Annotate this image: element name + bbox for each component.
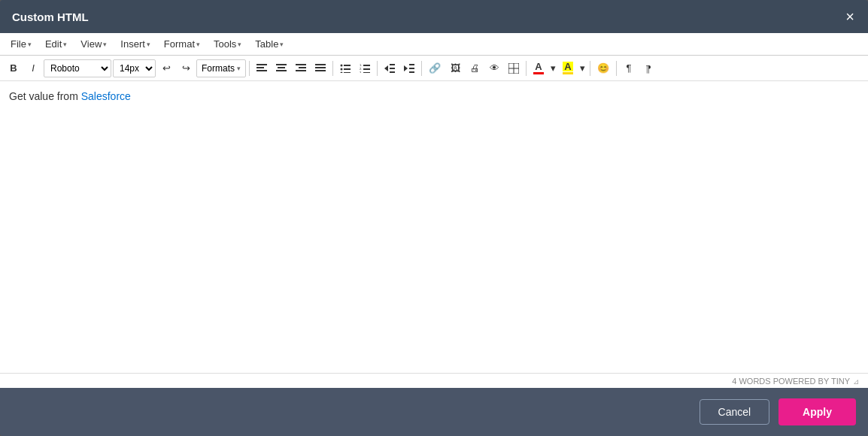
font-size-select[interactable]: 14px bbox=[113, 59, 156, 77]
formats-dropdown[interactable]: Formats ▾ bbox=[196, 59, 246, 77]
svg-rect-10 bbox=[296, 70, 306, 71]
svg-rect-29 bbox=[390, 64, 395, 65]
menu-tools[interactable]: Tools ▾ bbox=[208, 36, 247, 52]
font-color-button[interactable]: A bbox=[530, 58, 548, 79]
ordered-list-button[interactable]: 1.2.3. bbox=[356, 59, 374, 77]
svg-point-20 bbox=[341, 71, 343, 73]
svg-rect-19 bbox=[344, 68, 351, 70]
menu-insert[interactable]: Insert ▾ bbox=[114, 36, 156, 52]
redo-button[interactable]: ↪ bbox=[177, 59, 195, 77]
link-button[interactable]: 🔗 bbox=[425, 59, 445, 77]
decrease-indent-button[interactable] bbox=[381, 59, 399, 77]
unordered-list-button[interactable] bbox=[336, 59, 354, 77]
increase-indent-button[interactable] bbox=[400, 59, 418, 77]
font-color-caret-button[interactable]: ▾ bbox=[549, 59, 557, 77]
editor-text-before-link: Get value from bbox=[9, 90, 81, 102]
svg-rect-31 bbox=[390, 71, 395, 73]
word-count: 4 WORDS POWERED BY TINY bbox=[732, 377, 850, 386]
preview-button[interactable]: 👁 bbox=[485, 59, 503, 77]
svg-point-18 bbox=[341, 68, 343, 70]
svg-rect-4 bbox=[276, 64, 287, 65]
editor-wrapper: Get value from Salesforce 4 WORDS POWERE… bbox=[0, 81, 868, 388]
editor-toolbar: B I Roboto 14px ↩ ↪ Formats ▾ bbox=[0, 56, 868, 81]
svg-rect-13 bbox=[315, 67, 326, 68]
svg-text:3.: 3. bbox=[360, 71, 362, 73]
align-justify-button[interactable] bbox=[311, 59, 329, 77]
menu-file[interactable]: File ▾ bbox=[5, 36, 38, 52]
svg-rect-8 bbox=[296, 64, 306, 65]
chevron-down-icon: ▾ bbox=[63, 41, 67, 48]
separator bbox=[249, 61, 250, 76]
ltr-button[interactable]: ¶ bbox=[620, 59, 638, 77]
font-family-select[interactable]: Roboto bbox=[44, 59, 111, 77]
svg-rect-14 bbox=[315, 70, 326, 71]
dialog-footer: Cancel Apply bbox=[0, 388, 868, 436]
editor-statusbar: 4 WORDS POWERED BY TINY ⊿ bbox=[0, 373, 868, 388]
svg-rect-30 bbox=[390, 68, 395, 69]
highlight-color-caret-button[interactable]: ▾ bbox=[578, 59, 587, 77]
align-right-button[interactable] bbox=[292, 59, 310, 77]
separator bbox=[421, 61, 422, 76]
bold-button[interactable]: B bbox=[5, 59, 23, 77]
chevron-down-icon: ▾ bbox=[280, 41, 284, 48]
resize-handle-icon[interactable]: ⊿ bbox=[853, 377, 860, 385]
svg-rect-5 bbox=[278, 67, 285, 68]
svg-rect-12 bbox=[315, 64, 326, 65]
svg-marker-32 bbox=[404, 65, 408, 71]
menu-bar: File ▾ Edit ▾ View ▾ Insert ▾ Format ▾ T… bbox=[0, 33, 868, 56]
chevron-down-icon: ▾ bbox=[28, 41, 32, 48]
image-button[interactable]: 🖼 bbox=[446, 59, 464, 77]
menu-format[interactable]: Format ▾ bbox=[158, 36, 206, 52]
separator bbox=[590, 61, 590, 76]
svg-rect-2 bbox=[256, 70, 267, 71]
svg-rect-1 bbox=[256, 67, 264, 68]
align-center-button[interactable] bbox=[272, 59, 290, 77]
custom-html-dialog: Custom HTML × File ▾ Edit ▾ View ▾ Inser… bbox=[0, 0, 868, 436]
separator bbox=[526, 61, 527, 76]
menu-table[interactable]: Table ▾ bbox=[249, 36, 290, 52]
rtl-button[interactable]: ¶ bbox=[639, 59, 657, 77]
print-button[interactable]: 🖨 bbox=[466, 59, 484, 77]
salesforce-link[interactable]: Salesforce bbox=[81, 90, 131, 102]
highlight-color-bar bbox=[563, 72, 573, 74]
apply-button[interactable]: Apply bbox=[778, 398, 856, 425]
svg-rect-23 bbox=[363, 65, 370, 66]
svg-marker-28 bbox=[384, 65, 388, 71]
svg-rect-9 bbox=[299, 67, 306, 68]
separator bbox=[377, 61, 378, 76]
svg-rect-17 bbox=[344, 65, 351, 66]
svg-point-16 bbox=[341, 64, 343, 66]
table-insert-button[interactable] bbox=[505, 59, 523, 77]
dialog-title: Custom HTML bbox=[12, 11, 89, 23]
close-button[interactable]: × bbox=[844, 9, 856, 24]
title-bar: Custom HTML × bbox=[0, 0, 868, 33]
menu-view[interactable]: View ▾ bbox=[74, 36, 113, 52]
svg-rect-21 bbox=[344, 72, 351, 73]
svg-rect-35 bbox=[409, 71, 414, 73]
separator bbox=[332, 61, 333, 76]
svg-rect-34 bbox=[409, 68, 414, 69]
font-color-bar bbox=[533, 72, 544, 74]
menu-edit[interactable]: Edit ▾ bbox=[39, 36, 73, 52]
svg-rect-6 bbox=[276, 70, 287, 71]
svg-rect-27 bbox=[363, 72, 370, 73]
highlight-color-button[interactable]: A bbox=[559, 58, 577, 79]
align-left-button[interactable] bbox=[253, 59, 271, 77]
cancel-button[interactable]: Cancel bbox=[700, 399, 770, 425]
separator bbox=[616, 61, 617, 76]
chevron-down-icon: ▾ bbox=[147, 41, 150, 48]
svg-rect-33 bbox=[409, 64, 414, 65]
chevron-down-icon: ▾ bbox=[237, 65, 241, 72]
svg-rect-25 bbox=[363, 68, 370, 70]
italic-button[interactable]: I bbox=[24, 59, 42, 77]
editor-content[interactable]: Get value from Salesforce bbox=[0, 81, 868, 373]
chevron-down-icon: ▾ bbox=[196, 41, 200, 48]
emoji-button[interactable]: 😊 bbox=[593, 59, 613, 77]
undo-button[interactable]: ↩ bbox=[157, 59, 175, 77]
chevron-down-icon: ▾ bbox=[103, 41, 107, 48]
svg-rect-0 bbox=[256, 64, 267, 65]
chevron-down-icon: ▾ bbox=[238, 41, 241, 48]
